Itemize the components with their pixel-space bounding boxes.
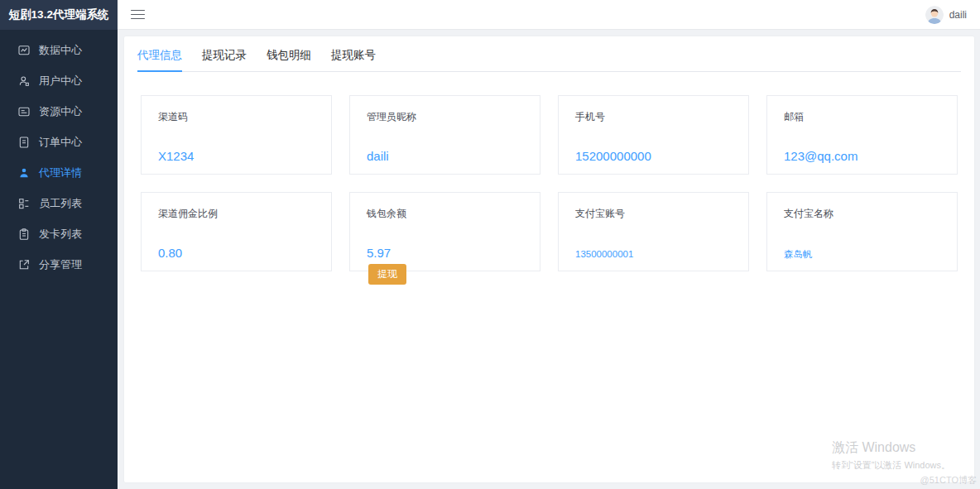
info-card: 支付宝名称 森岛帆 [766,192,958,271]
card-label: 渠道码 [158,110,315,124]
sidebar-item[interactable]: 员工列表 [0,188,118,218]
withdraw-button[interactable]: 提现 [368,264,406,285]
sidebar: 短剧13.2代理端系统 数据中心 用户中心 资源中心 订单中心 [0,0,118,489]
user-icon [17,74,31,88]
sidebar-item-label: 分享管理 [39,257,82,272]
tab-bar: 代理信息 提现记录 钱包明细 提现账号 [137,48,961,72]
card-icon [17,228,31,241]
main-area: 代理信息 提现记录 钱包明细 提现账号 渠道码 X1234 管理员昵称 dail… [118,31,980,489]
sidebar-item[interactable]: 订单中心 [0,127,118,157]
info-card-grid: 渠道码 X1234 管理员昵称 daili 手机号 15200000000 [141,95,958,271]
resource-icon [17,105,31,118]
order-icon [17,136,31,149]
tab[interactable]: 提现账号 [331,48,376,72]
card-label: 支付宝名称 [784,207,940,221]
info-card: 支付宝账号 13500000001 [558,192,749,271]
user-avatar [925,6,944,24]
info-card: 邮箱 123@qq.com [766,95,958,175]
sidebar-item-label: 发卡列表 [39,227,82,242]
tab[interactable]: 提现记录 [202,48,247,72]
info-card: 渠道码 X1234 [141,95,332,175]
info-card: 渠道佣金比例 0.80 [141,192,332,271]
activate-line1: 激活 Windows [832,439,950,457]
share-icon [17,258,31,271]
card-value: daili [367,150,523,164]
card-value: 森岛帆 [784,249,940,260]
sidebar-item[interactable]: 资源中心 [0,96,118,127]
top-header: daili [118,0,980,30]
card-label: 手机号 [575,110,732,124]
activate-line2: 转到“设置”以激活 Windows。 [832,459,950,472]
card-label: 渠道佣金比例 [158,207,315,221]
card-value: X1234 [158,150,315,164]
sidebar-item-label: 订单中心 [39,135,82,150]
agent-icon [17,166,31,180]
sidebar-item-label: 数据中心 [39,43,82,58]
sidebar-item[interactable]: 代理详情 [0,157,118,188]
sidebar-item[interactable]: 用户中心 [0,65,118,96]
info-card: 管理员昵称 daili [349,95,540,175]
windows-activation-watermark: 激活 Windows 转到“设置”以激活 Windows。 [832,439,950,472]
sidebar-item[interactable]: 分享管理 [0,249,118,280]
staff-icon [17,197,31,210]
card-value: 5.97 [367,247,523,261]
sidebar-item-label: 资源中心 [39,104,82,119]
hamburger-menu-icon[interactable] [131,7,145,22]
sidebar-item[interactable]: 数据中心 [0,35,118,65]
card-label: 支付宝账号 [575,207,732,221]
sidebar-item-label: 代理详情 [39,165,82,180]
user-menu[interactable]: daili [925,6,967,24]
card-label: 钱包余额 [367,207,523,221]
card-label: 邮箱 [784,110,940,124]
site-watermark: @51CTO博客 [920,474,977,487]
info-card: 手机号 15200000000 [558,95,749,175]
sidebar-item[interactable]: 发卡列表 [0,218,118,249]
sidebar-item-label: 用户中心 [39,74,82,89]
username-label: daili [949,9,967,21]
card-value: 15200000000 [575,150,732,164]
info-card: 钱包余额 5.97 提现 [349,192,540,271]
tab[interactable]: 钱包明细 [267,48,311,72]
content-panel: 代理信息 提现记录 钱包明细 提现账号 渠道码 X1234 管理员昵称 dail… [124,36,974,482]
sidebar-item-label: 员工列表 [39,196,82,211]
card-label: 管理员昵称 [367,110,523,124]
sidebar-nav: 数据中心 用户中心 资源中心 订单中心 代理详情 [0,30,118,280]
card-value: 0.80 [158,247,315,261]
card-value: 13500000001 [575,249,732,260]
tab[interactable]: 代理信息 [137,48,182,72]
card-value: 123@qq.com [784,150,940,164]
chart-icon [17,44,31,57]
app-title: 短剧13.2代理端系统 [0,0,118,30]
